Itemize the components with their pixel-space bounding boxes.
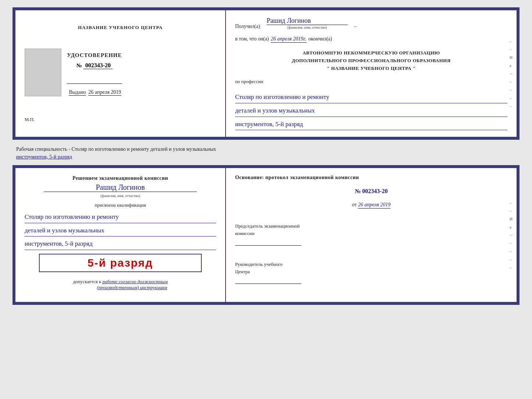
resheniem-label: Решением экзаменационной комиссии (72, 175, 168, 181)
ot-line: от 26 апреля 2019 (235, 202, 507, 209)
razryad-box: 5-й разряд (39, 254, 202, 272)
side-mark-arrow-b: ← (510, 233, 514, 237)
side-mark-dash5: – (510, 96, 514, 100)
razryad-big: 5-й разряд (45, 257, 196, 269)
side-mark-arrow: ← (510, 71, 514, 76)
po-professii: по профессии (235, 79, 507, 85)
side-mark-dash-b2: – (510, 209, 514, 213)
org-line2: ДОПОЛНИТЕЛЬНОГО ПРОФЕССИОНАЛЬНОГО ОБРАЗО… (235, 57, 507, 65)
recipient-name-top: Рашид Логинов (267, 17, 348, 25)
predsedatel-block: Председатель экзаменационной комиссии (235, 222, 507, 248)
centra-label: Центра (235, 269, 250, 274)
certificate-number: 002343-20 (83, 62, 112, 69)
side-mark-dash-b3: – (510, 241, 514, 245)
profession-line3: инструментов, 5-й разряд (235, 119, 507, 131)
profession-line2: деталей и узлов музыкальных (235, 105, 507, 117)
top-center-title: НАЗВАНИЕ УЧЕБНОГО ЦЕНТРА (78, 25, 163, 31)
komissii-label: комиссии (235, 231, 255, 236)
number-prefix: № (76, 63, 82, 68)
bottom-cert-left: Решением экзаменационной комиссии Рашид … (15, 168, 226, 302)
side-mark-dash6: – (510, 104, 514, 108)
profession-line1: Столяр по изготовлению и ремонту (235, 92, 507, 103)
org-block: АВТОНОМНУЮ НЕКОММЕРЧЕСКУЮ ОРГАНИЗАЦИЮ ДО… (235, 49, 507, 72)
side-mark-dash-b6: – (510, 265, 514, 270)
dopuskaetsya-block: допускается к работе согласно должностны… (73, 279, 168, 291)
vtom-label: в том, что он(а) (235, 36, 269, 42)
side-mark-i-b: И (510, 217, 514, 221)
fio-hint-bottom: (фамилия, имя, отчество) (100, 194, 140, 198)
prisvoena-label: присвоена квалификация (95, 202, 146, 208)
udostoverenie-block: УДОСТОВЕРЕНИЕ № 002343-20 Выдано 26 апре… (67, 52, 122, 95)
vydano-date: 26 апреля 2019 (88, 89, 121, 96)
qualification-line2: деталей и узлов музыкальных (25, 225, 216, 237)
vtom-date: 26 апреля 2019г. (271, 36, 306, 43)
ot-date: 26 апреля 2019 (358, 202, 390, 209)
org-line3: " НАЗВАНИЕ УЧЕБНОГО ЦЕНТРА " (235, 65, 507, 72)
side-marks-bottom: – – И а ← – – – – (510, 200, 514, 270)
protocol-number-prefix: № (355, 188, 361, 194)
mp-line: М.П. (25, 117, 35, 122)
profession-block: Столяр по изготовлению и ремонту деталей… (235, 90, 507, 130)
protocol-number: 002343-20 (362, 188, 388, 194)
org-line1: АВТОНОМНУЮ НЕКОММЕРЧЕСКУЮ ОРГАНИЗАЦИЮ (235, 49, 507, 57)
vydano-label: Выдано (69, 89, 86, 96)
side-mark-dash3: – (510, 79, 514, 84)
side-marks-top: – – И а ← – – – – (510, 39, 514, 108)
rukovoditel-signature-line (235, 277, 301, 284)
qualification-block: Столяр по изготовлению и ремонту деталей… (25, 210, 216, 250)
document-wrapper: НАЗВАНИЕ УЧЕБНОГО ЦЕНТРА УДОСТОВЕРЕНИЕ №… (12, 7, 520, 305)
okanchil-label: окончил(а) (308, 36, 332, 42)
rukovoditel-block: Руководитель учебного Центра (235, 261, 507, 286)
specialty-line: Рабочая специальность - Столяр по изгото… (16, 145, 520, 161)
recipient-name-bottom: Рашид Логинов (44, 183, 197, 192)
bottom-cert-right: Основание: протокол экзаменационной коми… (226, 168, 517, 302)
side-mark-i: И (510, 55, 514, 60)
resheniem-block: Решением экзаменационной комиссии (72, 175, 168, 181)
specialty-text2: инструментов, 5-й разряд (16, 154, 72, 160)
osnovanie-label: Основание: протокол экзаменационной коми… (235, 175, 359, 180)
poluchil-line: Получил(а) Рашид Логинов (фамилия, имя, … (235, 17, 507, 29)
dopuskaetsya-val2: (производственным) инструкциям (97, 285, 167, 290)
side-mark-dash1: – (510, 39, 514, 43)
top-cert-left: НАЗВАНИЕ УЧЕБНОГО ЦЕНТРА УДОСТОВЕРЕНИЕ №… (15, 10, 226, 137)
qualification-line3: инструментов, 5-й разряд (25, 238, 216, 250)
fio-hint-top: (фамилия, имя, отчество) (287, 25, 327, 29)
photo-placeholder (25, 49, 61, 96)
dash-top: – (354, 24, 357, 29)
vtom-line: в том, что он(а) 26 апреля 2019г. окончи… (235, 36, 507, 43)
ot-label: от (352, 202, 357, 207)
protocol-number-block: № 002343-20 (235, 188, 507, 195)
side-mark-dash-b5: – (510, 257, 514, 261)
side-mark-dash2: – (510, 47, 514, 51)
predsedatel-label: Председатель экзаменационной (235, 223, 300, 229)
bottom-certificate: Решением экзаменационной комиссии Рашид … (12, 165, 520, 305)
side-mark-dash-b4: – (510, 249, 514, 253)
side-mark-dash4: – (510, 88, 514, 92)
dopuskaetsya-val: работе согласно должностным (103, 279, 168, 284)
udostoverenie-label: УДОСТОВЕРЕНИЕ (67, 52, 122, 58)
dopuskaetsya-label: допускается к (73, 279, 101, 284)
specialty-text: Рабочая специальность - Столяр по изгото… (16, 146, 216, 152)
predsedatel-signature-line (235, 239, 301, 246)
top-certificate: НАЗВАНИЕ УЧЕБНОГО ЦЕНТРА УДОСТОВЕРЕНИЕ №… (12, 7, 520, 140)
side-mark-dash-b1: – (510, 200, 514, 205)
top-cert-right: Получил(а) Рашид Логинов (фамилия, имя, … (226, 10, 517, 137)
vydano-line: Выдано 26 апреля 2019 (67, 89, 122, 95)
rukovoditel-label: Руководитель учебного (235, 261, 283, 267)
side-mark-a: а (510, 63, 514, 68)
qualification-line1: Столяр по изготовлению и ремонту (25, 211, 216, 223)
side-mark-a-b: а (510, 225, 514, 229)
osnovanie-block: Основание: протокол экзаменационной коми… (235, 175, 507, 181)
poluchil-label: Получил(а) (235, 24, 260, 29)
